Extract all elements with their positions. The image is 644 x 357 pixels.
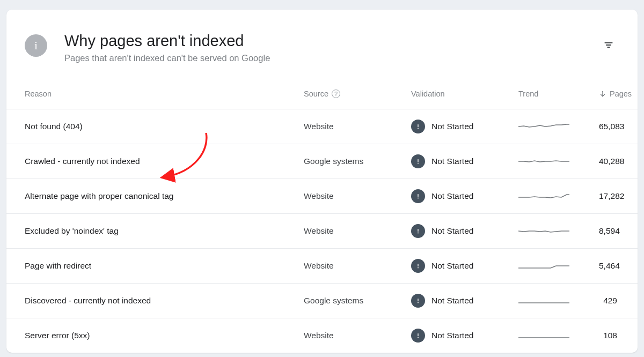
col-trend[interactable]: Trend	[518, 90, 599, 98]
cell-source: Website	[304, 261, 411, 271]
cell-reason: Page with redirect	[25, 261, 304, 271]
validation-label: Not Started	[431, 157, 473, 166]
warning-icon	[411, 294, 425, 308]
col-pages[interactable]: Pages	[599, 90, 632, 98]
cell-pages: 40,288	[599, 157, 626, 166]
reasons-table: Reason Source ? Validation Trend Pages N…	[6, 78, 638, 353]
cell-source: Google systems	[304, 157, 411, 166]
help-icon[interactable]: ?	[332, 90, 340, 98]
svg-rect-7	[418, 159, 418, 162]
table-row[interactable]: Page with redirectWebsiteNot Started5,46…	[6, 249, 638, 284]
cell-trend	[518, 155, 599, 167]
table-row[interactable]: Crawled - currently not indexedGoogle sy…	[6, 144, 638, 179]
svg-point-6	[418, 163, 419, 164]
col-validation[interactable]: Validation	[411, 90, 518, 98]
svg-point-12	[418, 267, 419, 269]
validation-label: Not Started	[431, 331, 473, 340]
cell-pages: 65,083	[599, 122, 626, 131]
cell-reason: Server error (5xx)	[25, 331, 304, 340]
cell-pages: 429	[599, 296, 619, 306]
validation-label: Not Started	[431, 296, 473, 306]
svg-point-8	[418, 198, 419, 199]
cell-reason: Discovered - currently not indexed	[25, 296, 304, 306]
arrow-down-icon	[599, 90, 606, 98]
validation-label: Not Started	[431, 122, 473, 131]
card-subtitle: Pages that aren't indexed can't be serve…	[64, 53, 598, 63]
cell-trend	[518, 330, 599, 341]
cell-pages: 17,282	[599, 191, 626, 201]
cell-source: Website	[304, 331, 411, 340]
table-row[interactable]: Excluded by 'noindex' tagWebsiteNot Star…	[6, 214, 638, 249]
table-row[interactable]: Not found (404)WebsiteNot Started65,083	[6, 109, 638, 144]
svg-point-14	[418, 302, 419, 303]
col-source[interactable]: Source ?	[304, 90, 411, 98]
cell-pages: 8,594	[599, 226, 622, 236]
sparkline	[518, 330, 569, 341]
cell-trend	[518, 121, 599, 132]
table-body: Not found (404)WebsiteNot Started65,083C…	[6, 109, 638, 353]
sparkline	[518, 295, 569, 307]
cell-pages: 108	[599, 331, 619, 340]
validation-label: Not Started	[431, 261, 473, 271]
svg-rect-5	[418, 124, 418, 127]
sparkline	[518, 190, 569, 202]
indexing-reasons-card: i Why pages aren't indexed Pages that ar…	[6, 10, 638, 353]
cell-trend	[518, 190, 599, 202]
svg-rect-11	[418, 229, 418, 232]
table-row[interactable]: Discovered - currently not indexedGoogle…	[6, 284, 638, 318]
warning-icon	[411, 329, 425, 343]
warning-icon	[411, 189, 425, 203]
svg-rect-9	[418, 194, 418, 197]
svg-point-10	[418, 233, 419, 234]
sparkline	[518, 260, 569, 272]
svg-rect-15	[418, 299, 418, 301]
svg-rect-13	[418, 264, 418, 266]
info-icon: i	[25, 34, 47, 57]
col-reason[interactable]: Reason	[25, 90, 304, 98]
cell-validation: Not Started	[411, 294, 518, 308]
sparkline	[518, 225, 569, 237]
cell-trend	[518, 260, 599, 272]
cell-trend	[518, 295, 599, 307]
card-header: i Why pages aren't indexed Pages that ar…	[6, 10, 638, 78]
svg-point-4	[418, 128, 419, 129]
sparkline	[518, 155, 569, 167]
warning-icon	[411, 154, 425, 168]
table-row[interactable]: Alternate page with proper canonical tag…	[6, 179, 638, 214]
header-titles: Why pages aren't indexed Pages that aren…	[64, 32, 598, 63]
warning-icon	[411, 224, 425, 238]
table-header: Reason Source ? Validation Trend Pages	[6, 78, 638, 109]
cell-validation: Not Started	[411, 120, 518, 133]
validation-label: Not Started	[431, 226, 473, 236]
table-row[interactable]: Server error (5xx)WebsiteNot Started108	[6, 318, 638, 353]
cell-pages: 5,464	[599, 261, 622, 271]
cell-reason: Not found (404)	[25, 122, 304, 131]
cell-source: Website	[304, 122, 411, 131]
cell-source: Google systems	[304, 296, 411, 306]
warning-icon	[411, 120, 425, 133]
svg-rect-17	[418, 333, 418, 336]
cell-validation: Not Started	[411, 154, 518, 168]
filter-icon	[603, 40, 614, 50]
warning-icon	[411, 259, 425, 273]
validation-label: Not Started	[431, 191, 473, 201]
card-title: Why pages aren't indexed	[64, 32, 598, 50]
cell-reason: Alternate page with proper canonical tag	[25, 191, 304, 201]
filter-button[interactable]	[598, 34, 619, 56]
sparkline	[518, 121, 569, 132]
cell-validation: Not Started	[411, 189, 518, 203]
cell-source: Website	[304, 226, 411, 236]
cell-reason: Excluded by 'noindex' tag	[25, 226, 304, 236]
cell-trend	[518, 225, 599, 237]
cell-reason: Crawled - currently not indexed	[25, 157, 304, 166]
cell-source: Website	[304, 191, 411, 201]
cell-validation: Not Started	[411, 224, 518, 238]
cell-validation: Not Started	[411, 329, 518, 343]
cell-validation: Not Started	[411, 259, 518, 273]
svg-point-16	[418, 337, 419, 338]
